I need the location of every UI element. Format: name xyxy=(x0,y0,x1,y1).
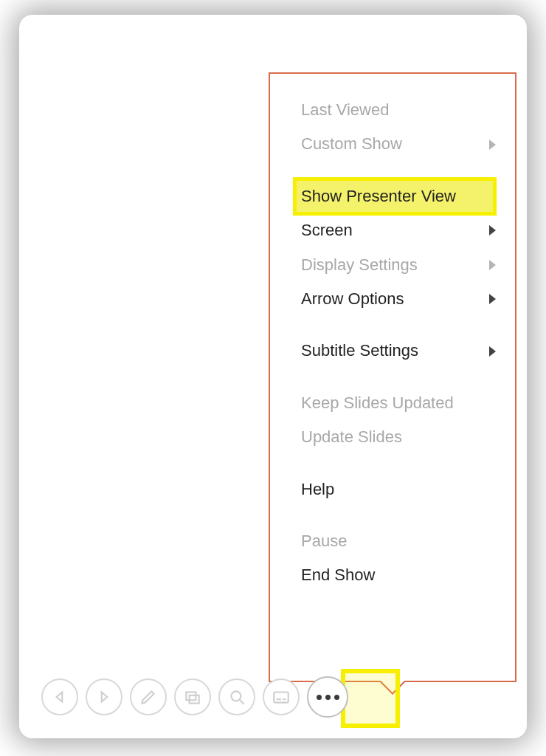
triangle-right-icon xyxy=(94,687,114,707)
menu-separator xyxy=(270,162,515,179)
menu-item-label: Update Slides xyxy=(301,427,402,447)
menu-item-label: Arrow Options xyxy=(301,289,404,309)
annotation-highlight xyxy=(341,669,400,728)
slideshow-surface: Last Viewed Custom Show Show Presenter V… xyxy=(19,15,527,738)
slides-grid-icon xyxy=(183,687,202,707)
menu-item-label: Screen xyxy=(301,221,353,240)
chevron-right-icon xyxy=(489,260,496,270)
svg-point-2 xyxy=(231,691,241,701)
chevron-right-icon xyxy=(489,225,496,236)
next-slide-button[interactable] xyxy=(86,678,122,715)
menu-item-pause: Pause xyxy=(270,524,515,558)
menu-separator xyxy=(270,455,515,472)
subtitles-button[interactable] xyxy=(263,678,300,715)
more-icon xyxy=(317,695,339,700)
menu-item-keep-slides-updated: Keep Slides Updated xyxy=(270,386,515,420)
chevron-right-icon xyxy=(489,140,496,150)
menu-item-label: Pause xyxy=(301,532,347,551)
menu-item-subtitle-settings[interactable]: Subtitle Settings xyxy=(270,334,515,368)
zoom-button[interactable] xyxy=(218,678,255,715)
subtitles-icon xyxy=(272,687,291,707)
magnifier-icon xyxy=(227,687,246,707)
menu-separator xyxy=(270,316,515,334)
menu-item-end-show[interactable]: End Show xyxy=(270,558,515,592)
menu-item-custom-show: Custom Show xyxy=(270,127,515,161)
see-all-slides-button[interactable] xyxy=(174,678,211,715)
menu-item-label: Keep Slides Updated xyxy=(301,394,454,413)
menu-separator xyxy=(270,368,515,386)
svg-rect-3 xyxy=(274,693,288,703)
menu-item-update-slides: Update Slides xyxy=(270,420,515,454)
slideshow-toolbar xyxy=(41,676,348,718)
chevron-right-icon xyxy=(489,294,496,304)
menu-item-show-presenter-view[interactable]: Show Presenter View xyxy=(295,179,494,213)
pen-tool-button[interactable] xyxy=(130,678,167,715)
menu-item-screen[interactable]: Screen xyxy=(270,213,515,247)
slideshow-context-menu: Last Viewed Custom Show Show Presenter V… xyxy=(269,72,516,682)
menu-item-label: Help xyxy=(301,480,334,499)
menu-item-label: Show Presenter View xyxy=(301,187,456,206)
menu-item-label: End Show xyxy=(301,566,375,585)
triangle-left-icon xyxy=(50,687,69,707)
menu-item-display-settings: Display Settings xyxy=(270,248,515,282)
menu-item-label: Custom Show xyxy=(301,134,402,154)
menu-item-last-viewed: Last Viewed xyxy=(270,93,515,127)
pen-icon xyxy=(139,687,158,707)
menu-item-label: Display Settings xyxy=(301,255,418,275)
menu-separator xyxy=(270,506,515,524)
previous-slide-button[interactable] xyxy=(41,678,78,715)
menu-item-label: Subtitle Settings xyxy=(301,341,418,360)
menu-item-arrow-options[interactable]: Arrow Options xyxy=(270,282,515,316)
more-options-button[interactable] xyxy=(307,676,348,718)
menu-item-help[interactable]: Help xyxy=(270,472,515,506)
menu-item-label: Last Viewed xyxy=(301,100,389,120)
chevron-right-icon xyxy=(489,346,496,357)
